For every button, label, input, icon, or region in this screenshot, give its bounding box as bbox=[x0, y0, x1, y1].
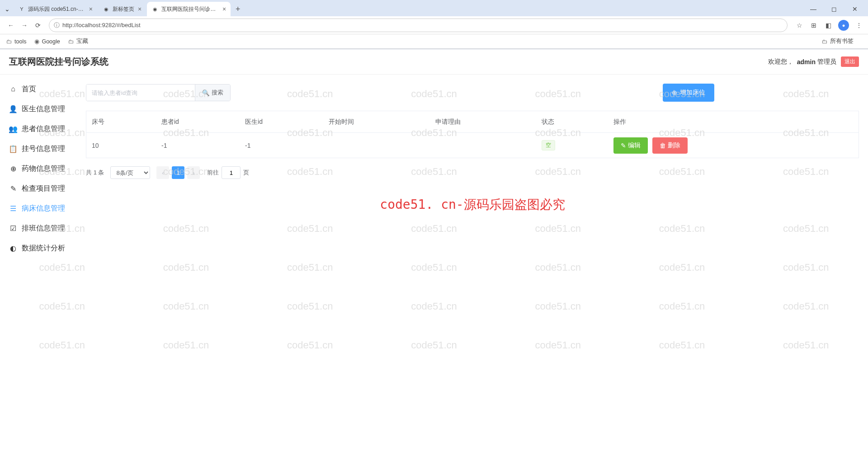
th-reason: 申请理由 bbox=[430, 111, 536, 133]
browser-chrome: ⌄ Y 源码乐园 code51.cn-项目论文 × ◉ 新标签页 × ◉ 互联网… bbox=[0, 0, 868, 49]
address-bar: ← → ⟳ ⓘ http://localhost:9282/#/bedList … bbox=[0, 16, 868, 34]
favicon-icon: ◉ bbox=[151, 5, 159, 13]
th-status: 状态 bbox=[536, 111, 608, 133]
sidebar-item-label: 数据统计分析 bbox=[22, 244, 65, 253]
prev-page-button[interactable]: ‹ bbox=[156, 166, 169, 179]
tab-title: 源码乐园 code51.cn-项目论文 bbox=[28, 5, 85, 13]
home-icon: ⌂ bbox=[8, 85, 18, 93]
all-bookmarks-button[interactable]: 🗀所有书签 bbox=[822, 38, 854, 45]
tab-title: 新标签页 bbox=[113, 5, 134, 13]
close-icon[interactable]: × bbox=[222, 5, 226, 13]
check-icon: ✎ bbox=[8, 184, 18, 193]
sidebar-item-label: 首页 bbox=[22, 85, 36, 94]
delete-button[interactable]: 🗑删除 bbox=[652, 137, 688, 154]
reload-button[interactable]: ⟳ bbox=[32, 19, 44, 32]
url-text: http://localhost:9282/#/bedList bbox=[62, 22, 141, 28]
maximize-button[interactable]: ◻ bbox=[824, 2, 844, 16]
cell-reason bbox=[430, 133, 536, 158]
sidebar-item-register[interactable]: 📋挂号信息管理 bbox=[0, 139, 77, 159]
bookmark-item[interactable]: ◉Google bbox=[34, 38, 60, 45]
table-row: 10 -1 -1 空 ✎编辑 🗑删除 bbox=[86, 133, 859, 158]
browser-tab[interactable]: ◉ 新标签页 × bbox=[98, 2, 146, 16]
close-window-button[interactable]: ✕ bbox=[844, 2, 865, 16]
cell-start-time bbox=[323, 133, 429, 158]
profile-avatar[interactable]: ● bbox=[838, 20, 849, 31]
sidebar-item-check[interactable]: ✎检查项目管理 bbox=[0, 179, 77, 198]
next-page-button[interactable]: › bbox=[187, 166, 200, 179]
back-button[interactable]: ← bbox=[5, 19, 17, 32]
bookmarks-bar: 🗀tools ◉Google 🗀宝藏 🗀所有书签 bbox=[0, 34, 868, 49]
search-button[interactable]: 🔍搜索 bbox=[195, 85, 230, 101]
bookmark-item[interactable]: 🗀tools bbox=[6, 38, 26, 45]
tab-dropdown[interactable]: ⌄ bbox=[3, 5, 12, 14]
pagination: 共 1 条 8条/页 ‹ 1 › 前往 页 bbox=[86, 158, 859, 187]
sidebar-item-schedule[interactable]: ☑排班信息管理 bbox=[0, 218, 77, 238]
sidebar-item-patient[interactable]: 👥患者信息管理 bbox=[0, 119, 77, 139]
forward-button[interactable]: → bbox=[18, 19, 31, 32]
add-bed-button[interactable]: ⊕增加床位 bbox=[663, 84, 714, 102]
medicine-icon: ⊕ bbox=[8, 164, 18, 173]
cell-actions: ✎编辑 🗑删除 bbox=[608, 133, 859, 158]
user-role: 管理员 bbox=[817, 58, 836, 66]
window-controls: — ◻ ✕ bbox=[803, 2, 865, 16]
sidebar-item-stats[interactable]: ◐数据统计分析 bbox=[0, 238, 77, 258]
cell-status: 空 bbox=[536, 133, 608, 158]
search-icon: 🔍 bbox=[202, 89, 210, 96]
app-header: 互联网医院挂号问诊系统 欢迎您， admin 管理员 退出 bbox=[0, 49, 868, 75]
favicon-icon: ◉ bbox=[103, 5, 110, 13]
page-total: 共 1 条 bbox=[86, 169, 104, 177]
page-jump-input[interactable] bbox=[222, 166, 241, 179]
close-icon[interactable]: × bbox=[89, 5, 93, 13]
folder-icon: 🗀 bbox=[68, 38, 74, 45]
minimize-button[interactable]: — bbox=[803, 2, 824, 16]
sidebar-item-label: 排班信息管理 bbox=[22, 224, 65, 233]
register-icon: 📋 bbox=[8, 145, 18, 153]
sidebar-item-medicine[interactable]: ⊕药物信息管理 bbox=[0, 159, 77, 179]
page-number-button[interactable]: 1 bbox=[172, 166, 184, 179]
main-layout: ⌂首页 👤医生信息管理 👥患者信息管理 📋挂号信息管理 ⊕药物信息管理 ✎检查项… bbox=[0, 75, 868, 470]
folder-icon: 🗀 bbox=[822, 38, 828, 45]
cell-bed-no: 10 bbox=[86, 133, 156, 158]
edit-button[interactable]: ✎编辑 bbox=[613, 137, 648, 154]
th-doctor-id: 医生id bbox=[240, 111, 323, 133]
welcome-text: 欢迎您， bbox=[768, 58, 793, 66]
page-jump: 前往 页 bbox=[207, 166, 249, 179]
sidebar-item-doctor[interactable]: 👤医生信息管理 bbox=[0, 99, 77, 119]
schedule-icon: ☑ bbox=[8, 224, 18, 233]
sidebar: ⌂首页 👤医生信息管理 👥患者信息管理 📋挂号信息管理 ⊕药物信息管理 ✎检查项… bbox=[0, 75, 77, 470]
tab-title: 互联网医院挂号问诊系统 bbox=[161, 5, 219, 13]
star-icon[interactable]: ☆ bbox=[795, 21, 804, 30]
page-size-select[interactable]: 8条/页 bbox=[110, 166, 150, 179]
sidebar-item-label: 医生信息管理 bbox=[22, 104, 65, 114]
menu-icon[interactable]: ⋮ bbox=[854, 21, 863, 30]
search-row: 🔍搜索 ⊕增加床位 bbox=[86, 84, 859, 102]
patient-icon: 👥 bbox=[8, 125, 18, 133]
logout-button[interactable]: 退出 bbox=[841, 56, 859, 67]
extensions-icon[interactable]: ⊞ bbox=[809, 21, 818, 30]
sidebar-item-label: 药物信息管理 bbox=[22, 164, 65, 174]
sidebar-item-home[interactable]: ⌂首页 bbox=[0, 79, 77, 99]
bed-table: 床号 患者id 医生id 开始时间 申请理由 状态 操作 10 -1 -1 bbox=[86, 111, 859, 158]
new-tab-button[interactable]: + bbox=[231, 3, 244, 15]
th-patient-id: 患者id bbox=[156, 111, 240, 133]
close-icon[interactable]: × bbox=[138, 5, 142, 13]
sidebar-item-label: 患者信息管理 bbox=[22, 124, 65, 134]
sidepanel-icon[interactable]: ◧ bbox=[824, 21, 833, 30]
edit-icon: ✎ bbox=[621, 142, 626, 149]
globe-icon: ◉ bbox=[34, 38, 39, 45]
doctor-icon: 👤 bbox=[8, 105, 18, 113]
browser-tab-active[interactable]: ◉ 互联网医院挂号问诊系统 × bbox=[147, 2, 231, 16]
browser-tab[interactable]: Y 源码乐园 code51.cn-项目论文 × bbox=[14, 2, 97, 16]
app-title: 互联网医院挂号问诊系统 bbox=[9, 56, 108, 68]
url-input[interactable]: ⓘ http://localhost:9282/#/bedList bbox=[49, 19, 788, 32]
site-info-icon[interactable]: ⓘ bbox=[54, 21, 60, 29]
plus-icon: ⊕ bbox=[672, 89, 677, 96]
sidebar-item-bed[interactable]: ☰病床信息管理 bbox=[0, 198, 77, 218]
bookmark-item[interactable]: 🗀宝藏 bbox=[68, 38, 88, 45]
search-input[interactable] bbox=[86, 85, 195, 101]
trash-icon: 🗑 bbox=[660, 142, 666, 149]
sidebar-item-label: 挂号信息管理 bbox=[22, 144, 65, 154]
sidebar-item-label: 检查项目管理 bbox=[22, 184, 65, 193]
bed-icon: ☰ bbox=[8, 204, 18, 213]
folder-icon: 🗀 bbox=[6, 38, 12, 45]
